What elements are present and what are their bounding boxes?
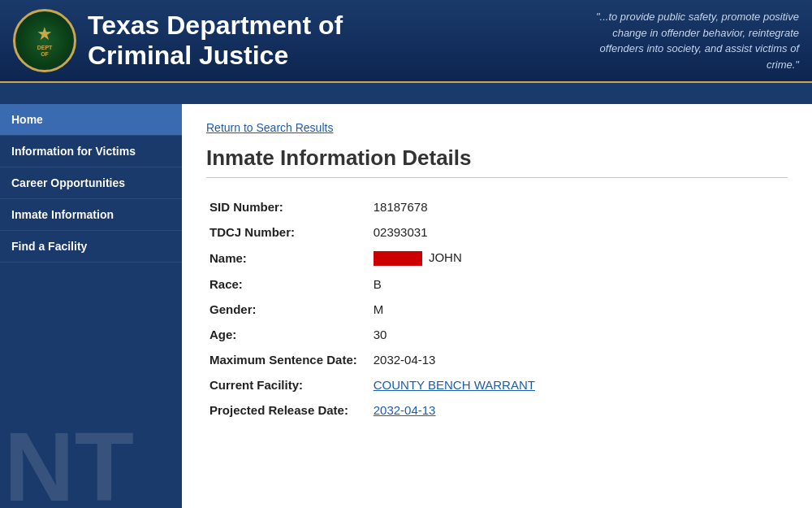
site-title: Texas Department of Criminal Justice [88,11,343,71]
logo-text: DEPTOF [37,45,53,59]
field-value-max-sentence: 2032-04-13 [370,347,788,372]
field-label-name: Name: [206,245,370,271]
projected-release-link[interactable]: 2032-04-13 [374,403,436,417]
main-content: Return to Search Results Inmate Informat… [182,104,812,508]
sidebar-watermark: NT [0,345,182,508]
table-row: Name: JOHN [206,245,788,271]
page-layout: Home Information for Victims Career Oppo… [0,104,812,508]
sidebar: Home Information for Victims Career Oppo… [0,104,182,508]
table-row: Maximum Sentence Date: 2032-04-13 [206,347,788,372]
nav-bar [0,81,812,104]
field-label-max-sentence: Maximum Sentence Date: [206,347,370,372]
field-value-tdcj: 02393031 [370,219,788,245]
field-value-age: 30 [370,322,788,347]
field-label-age: Age: [206,322,370,347]
sidebar-item-inmate-information[interactable]: Inmate Information [0,199,182,231]
table-row: SID Number: 18187678 [206,194,788,219]
site-header: ★ DEPTOF Texas Department of Criminal Ju… [0,0,812,81]
page-title: Inmate Information Details [206,145,788,178]
field-label-projected-release: Projected Release Date: [206,397,370,423]
header-quote: "...to provide public safety, promote po… [572,9,799,72]
field-value-projected-release: 2032-04-13 [370,397,788,423]
table-row: TDCJ Number: 02393031 [206,219,788,245]
field-value-race: B [370,271,788,297]
field-label-race: Race: [206,271,370,297]
sidebar-item-home[interactable]: Home [0,104,182,136]
field-label-tdcj: TDCJ Number: [206,219,370,245]
agency-logo: ★ DEPTOF [13,9,76,72]
table-row: Age: 30 [206,322,788,347]
header-left: ★ DEPTOF Texas Department of Criminal Ju… [13,9,343,72]
sidebar-item-information-for-victims[interactable]: Information for Victims [0,136,182,167]
field-value-gender: M [370,297,788,322]
table-row: Current Facility: COUNTY BENCH WARRANT [206,372,788,397]
field-value-name: JOHN [370,245,788,271]
field-label-current-facility: Current Facility: [206,372,370,397]
field-label-gender: Gender: [206,297,370,322]
table-row: Gender: M [206,297,788,322]
back-to-search-link[interactable]: Return to Search Results [206,121,333,134]
field-value-sid: 18187678 [370,194,788,219]
sidebar-item-career-opportunities[interactable]: Career Opportunities [0,167,182,199]
field-label-sid: SID Number: [206,194,370,219]
table-row: Projected Release Date: 2032-04-13 [206,397,788,423]
current-facility-link[interactable]: COUNTY BENCH WARRANT [374,378,535,392]
inmate-info-table: SID Number: 18187678 TDCJ Number: 023930… [206,194,788,423]
sidebar-item-find-a-facility[interactable]: Find a Facility [0,231,182,263]
table-row: Race: B [206,271,788,297]
field-value-current-facility: COUNTY BENCH WARRANT [370,372,788,397]
redacted-name [374,251,422,266]
logo-star: ★ [37,24,53,45]
